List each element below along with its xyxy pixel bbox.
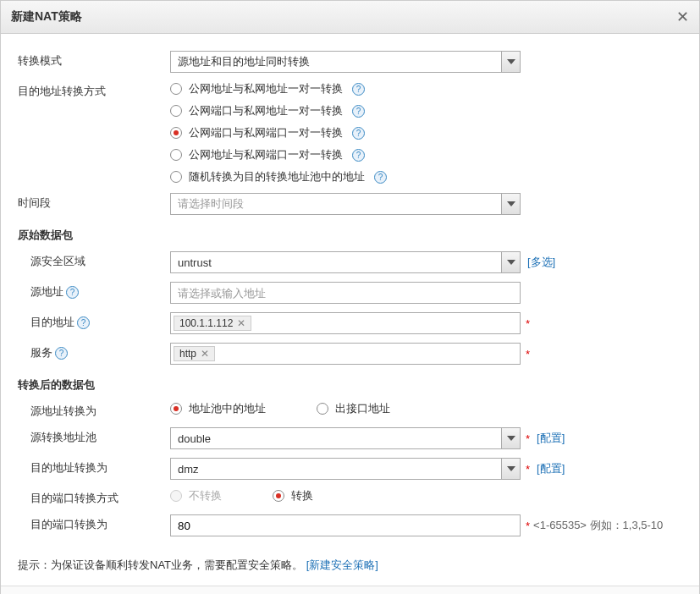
- addr-tag: 100.1.1.112✕: [174, 316, 251, 331]
- src-pool-label: 源转换地址池: [18, 427, 170, 445]
- radio-label: 公网地址与私网地址一对一转换: [189, 81, 343, 96]
- mode-select[interactable]: 源地址和目的地址同时转换: [170, 51, 521, 73]
- dest-method-radio-4[interactable]: [170, 171, 182, 183]
- dest-method-radio-2[interactable]: [170, 127, 182, 139]
- dest-port-radio-yes[interactable]: [273, 490, 284, 502]
- dialog-footer: 确定 取消 CSDN @啥也不懂的小菜鸡: [1, 586, 699, 594]
- radio-label: 出接口地址: [335, 401, 390, 416]
- help-icon[interactable]: ?: [66, 286, 79, 299]
- help-icon[interactable]: ?: [352, 105, 365, 118]
- help-icon[interactable]: ?: [55, 347, 68, 360]
- src-trans-radio-pool[interactable]: [170, 403, 182, 415]
- help-icon[interactable]: ?: [374, 171, 387, 184]
- multi-select-link[interactable]: [多选]: [527, 255, 555, 270]
- dest-trans-select[interactable]: dmz: [170, 458, 521, 480]
- radio-label: 公网端口与私网端口一对一转换: [189, 125, 343, 140]
- dest-method-label: 目的地址转换方式: [18, 81, 170, 99]
- dest-port-to-label: 目的端口转换为: [18, 514, 170, 532]
- required-mark: *: [526, 348, 530, 360]
- radio-label: 不转换: [189, 488, 222, 503]
- dest-trans-label: 目的地址转换为: [18, 458, 170, 476]
- src-addr-label: 源地址?: [18, 282, 170, 300]
- src-trans-radio-outif[interactable]: [317, 403, 328, 415]
- radio-label: 转换: [291, 488, 313, 503]
- config-link[interactable]: [配置]: [537, 461, 565, 476]
- timerange-placeholder: 请选择时间段: [171, 196, 501, 212]
- radio-label: 地址池中的地址: [189, 401, 266, 416]
- src-addr-input[interactable]: [170, 282, 521, 304]
- section-translated: 转换后的数据包: [18, 377, 682, 393]
- src-pool-value: double: [171, 432, 501, 445]
- dest-method-radio-1[interactable]: [170, 105, 182, 117]
- chevron-down-icon: [501, 52, 520, 72]
- required-mark: *: [526, 520, 530, 532]
- chevron-down-icon: [501, 252, 520, 272]
- chevron-down-icon: [501, 428, 520, 448]
- required-mark: *: [526, 432, 530, 445]
- src-zone-value: untrust: [171, 256, 501, 269]
- close-icon[interactable]: ✕: [676, 8, 689, 26]
- service-tag: http✕: [174, 346, 215, 361]
- src-zone-label: 源安全区域: [18, 251, 170, 269]
- dest-addr-input[interactable]: 100.1.1.112✕: [170, 312, 521, 334]
- dialog-header: 新建NAT策略 ✕: [1, 1, 699, 34]
- section-original: 原始数据包: [18, 228, 682, 243]
- help-icon[interactable]: ?: [352, 83, 365, 96]
- required-mark: *: [526, 463, 530, 476]
- dest-method-radio-0[interactable]: [170, 83, 182, 95]
- service-label: 服务?: [18, 343, 170, 360]
- timerange-label: 时间段: [18, 193, 170, 211]
- radio-label: 公网端口与私网地址一对一转换: [189, 103, 343, 118]
- dialog-title: 新建NAT策略: [11, 9, 82, 25]
- help-icon[interactable]: ?: [77, 316, 90, 329]
- chevron-down-icon: [501, 194, 520, 214]
- dest-method-radios: 公网地址与私网地址一对一转换? 公网端口与私网地址一对一转换? 公网端口与私网端…: [170, 81, 387, 184]
- help-icon[interactable]: ?: [352, 149, 365, 162]
- radio-label: 公网地址与私网端口一对一转换: [189, 147, 343, 162]
- tag-remove-icon[interactable]: ✕: [201, 348, 209, 360]
- dest-method-radio-3[interactable]: [170, 149, 182, 161]
- bottom-hint: 提示：为保证设备顺利转发NAT业务，需要配置安全策略。 [新建安全策略]: [1, 553, 699, 586]
- dest-port-method-label: 目的端口转换方式: [18, 488, 170, 506]
- src-trans-label: 源地址转换为: [18, 401, 170, 419]
- timerange-select[interactable]: 请选择时间段: [170, 193, 521, 215]
- new-security-policy-link[interactable]: [新建安全策略]: [306, 558, 378, 571]
- mode-value: 源地址和目的地址同时转换: [171, 54, 501, 69]
- chevron-down-icon: [501, 459, 520, 479]
- config-link[interactable]: [配置]: [537, 431, 565, 446]
- src-zone-select[interactable]: untrust: [170, 251, 521, 273]
- src-pool-select[interactable]: double: [170, 427, 521, 449]
- mode-label: 转换模式: [18, 51, 170, 69]
- dialog-body: 转换模式 源地址和目的地址同时转换 目的地址转换方式 公网地址与私网地址一对一转…: [1, 34, 699, 553]
- dest-port-radio-no: [170, 490, 182, 502]
- radio-label: 随机转换为目的转换地址池中的地址: [189, 169, 365, 184]
- required-mark: *: [526, 317, 530, 330]
- service-input[interactable]: http✕: [170, 343, 521, 365]
- port-hint: <1-65535> 例如：1,3,5-10: [533, 518, 663, 533]
- nat-policy-dialog: 新建NAT策略 ✕ 转换模式 源地址和目的地址同时转换 目的地址转换方式 公网地…: [0, 0, 700, 594]
- dest-addr-label: 目的地址?: [18, 312, 170, 330]
- dest-port-input[interactable]: [170, 514, 521, 536]
- tag-remove-icon[interactable]: ✕: [237, 317, 245, 329]
- help-icon[interactable]: ?: [352, 127, 365, 140]
- dest-trans-value: dmz: [171, 463, 501, 476]
